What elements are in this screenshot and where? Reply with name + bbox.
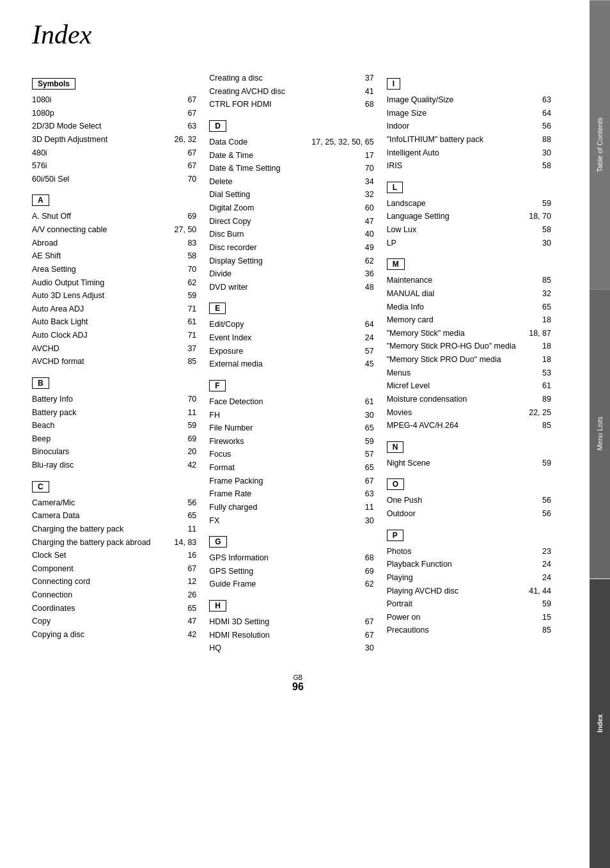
entry-infolith: "InfoLITHIUM" battery pack 88 [387,133,551,146]
entry-avchd: AVCHD 37 [32,342,196,356]
entry-hdmi-3d: HDMI 3D Setting 67 [209,615,373,629]
section-header-p: P [387,530,403,541]
section-header-d: D [209,120,226,132]
entry-delete: Delete 34 [209,175,373,189]
entry-a-shut-off: A. Shut Off 69 [32,210,196,223]
entry-portrait: Portrait 59 [387,597,551,611]
entry-1080i: 1080i 67 [32,93,196,107]
entry-divide: Divide 36 [209,267,373,281]
section-header-g: G [209,536,226,548]
entry-maintenance: Maintenance 85 [387,274,551,287]
footer: GB 96 [32,674,564,693]
entry-clock-set: Clock Set 16 [32,549,196,562]
entry-hq: HQ 30 [209,642,373,655]
footer-page-number: 96 [32,681,564,693]
side-tab-menu-lists[interactable]: Menu Lists [590,289,610,578]
entry-hdmi-res: HDMI Resolution 67 [209,629,373,642]
entry-face-detection: Face Detection 61 [209,395,373,409]
entry-fireworks: Fireworks 59 [209,435,373,448]
entry-beep: Beep 69 [32,432,196,446]
entry-area-setting: Area Setting 70 [32,263,196,276]
section-header-a: A [32,194,49,206]
entry-file-number: File Number 65 [209,422,373,435]
side-tab-toc-label: Table of Contents [596,117,604,172]
entry-direct-copy: Direct Copy 47 [209,215,373,228]
entry-connection: Connection 26 [32,588,196,602]
entry-language-setting: Language Setting 18, 70 [387,210,551,223]
entry-charging-abroad: Charging the battery pack abroad 14, 83 [32,536,196,549]
entry-camera-mic: Camera/Mic 56 [32,496,196,510]
section-header-l: L [387,182,403,193]
entry-connecting-cord: Connecting cord 12 [32,575,196,588]
section-header-b: B [32,377,49,389]
entry-gps-setting: GPS Setting 69 [209,565,373,578]
entry-coordinates: Coordinates 65 [32,602,196,615]
entry-iris: IRIS 58 [387,159,551,173]
entry-power-on: Power on 15 [387,611,551,624]
entry-camera-data: Camera Data 65 [32,509,196,523]
entry-indoor: Indoor 56 [387,120,551,133]
entry-auto-area: Auto Area ADJ 71 [32,303,196,316]
section-header-m: M [387,258,405,270]
entry-charging-pack: Charging the battery pack 11 [32,523,196,536]
entry-manual-dial: MANUAL dial 32 [387,287,551,301]
entry-movies: Movies 22, 25 [387,406,551,420]
side-tab-menu-label: Menu Lists [596,417,604,451]
entry-creating-avchd: Creating AVCHD disc 41 [209,85,373,99]
entry-fx: FX 30 [209,514,373,528]
entry-memory-stick-pro: "Memory Stick PRO Duo" media 18 [387,353,551,367]
entry-audio-output: Audio Output Timing 62 [32,276,196,290]
entry-copying-disc: Copying a disc 42 [32,628,196,642]
section-header-f: F [209,380,225,391]
side-tab-index[interactable]: Index [590,579,610,868]
entry-avchd-format: AVCHD format 85 [32,355,196,368]
entry-mpeg4: MPEG-4 AVC/H.264 85 [387,419,551,432]
entry-one-push: One Push 56 [387,494,551,507]
entry-memory-stick-media: "Memory Stick" media 18, 87 [387,327,551,340]
entry-dial-setting: Dial Setting 32 [209,188,373,201]
entry-low-lux: Low Lux 58 [387,223,551,237]
entry-precautions: Precautions 85 [387,624,551,637]
entry-memory-card: Memory card 18 [387,313,551,327]
entry-480i: 480i 67 [32,146,196,160]
entry-micref-level: Micref Level 61 [387,379,551,393]
entry-intelligent-auto: Intelligent Auto 30 [387,146,551,160]
entry-component: Component 67 [32,562,196,576]
entry-digital-zoom: Digital Zoom 60 [209,201,373,215]
entry-playing-avchd: Playing AVCHD disc 41, 44 [387,585,551,598]
entry-playing: Playing 24 [387,571,551,585]
middle-column: Creating a disc 37 Creating AVCHD disc 4… [209,69,386,655]
entry-photos: Photos 23 [387,545,551,558]
entry-date-time: Date & Time 17 [209,149,373,162]
page-title: Index [32,19,564,50]
section-header-c: C [32,481,49,493]
entry-1080p: 1080p 67 [32,107,196,120]
entry-event-index: Event Index 24 [209,331,373,345]
entry-image-size: Image Size 64 [387,107,551,120]
entry-focus: Focus 57 [209,448,373,461]
side-tab-table-of-contents[interactable]: Table of Contents [590,0,610,289]
entry-copy: Copy 47 [32,615,196,628]
entry-menus: Menus 53 [387,367,551,380]
entry-format: Format 65 [209,461,373,475]
entry-battery-info: Battery Info 70 [32,393,196,406]
section-header-n: N [387,441,404,453]
entry-exposure: Exposure 57 [209,345,373,358]
entry-3d-depth: 3D Depth Adjustment 26, 32 [32,133,196,146]
section-header-i: I [387,78,400,90]
entry-media-info: Media Info 65 [387,301,551,314]
entry-battery-pack: Battery pack 11 [32,406,196,420]
section-header-e: E [209,303,226,314]
entry-binoculars: Binoculars 20 [32,445,196,459]
entry-dvd-writer: DVD writer 48 [209,281,373,294]
entry-disc-burn: Disc Burn 40 [209,228,373,241]
side-tab-index-label: Index [596,714,604,732]
entry-auto-backlight: Auto Back Light 61 [32,315,196,329]
entry-outdoor: Outdoor 56 [387,507,551,521]
entry-image-quality: Image Quality/Size 63 [387,93,551,107]
entry-bluray: Blu-ray disc 42 [32,459,196,472]
entry-playback-function: Playback Function 24 [387,558,551,571]
entry-fully-charged: Fully charged 11 [209,501,373,514]
entry-ae-shift: AE Shift 58 [32,249,196,263]
entry-display-setting: Display Setting 62 [209,255,373,268]
